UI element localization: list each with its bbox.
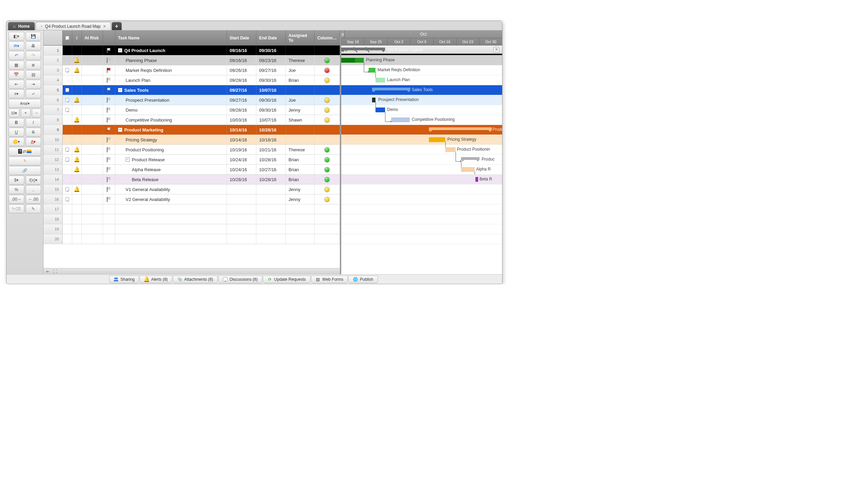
cell-comment[interactable]: [63, 165, 72, 174]
cell-task-name[interactable]: V1 General Availability: [115, 185, 227, 194]
cell-flag[interactable]: [103, 234, 115, 244]
thousands-button[interactable]: ,: [26, 185, 41, 194]
row-number[interactable]: 8: [43, 115, 63, 125]
undo-button[interactable]: ↶: [9, 51, 24, 60]
row-number[interactable]: 17: [43, 204, 63, 214]
cell-end-date[interactable]: 10/07/16: [256, 85, 286, 95]
row-number[interactable]: 19: [43, 224, 63, 234]
gantt-row[interactable]: Alpha R: [341, 165, 502, 175]
mail-button[interactable]: ✉▾: [9, 41, 24, 50]
grid-row[interactable]: 20: [43, 234, 340, 244]
cell-status[interactable]: [315, 155, 340, 164]
expand-icon[interactable]: −: [118, 88, 122, 92]
cell-flag[interactable]: [103, 194, 115, 204]
grid-row[interactable]: 18: [43, 214, 340, 224]
cell-alert[interactable]: 🔔: [72, 55, 82, 65]
col-end-date[interactable]: End Date: [256, 30, 286, 45]
grid-row[interactable]: 14Beta Release10/28/1610/28/16Brian: [43, 175, 340, 185]
cell-status[interactable]: [315, 75, 340, 85]
clear-format-button[interactable]: ✎⌫: [9, 204, 24, 213]
link-button[interactable]: 🔗: [9, 166, 41, 175]
cell-at-risk[interactable]: [82, 185, 103, 194]
cell-start-date[interactable]: 10/14/16: [227, 135, 256, 144]
cell-comment[interactable]: [63, 145, 72, 154]
font-color-button[interactable]: A▾: [26, 137, 41, 146]
cell-end-date[interactable]: [256, 224, 286, 234]
cell-start-date[interactable]: 09/16/16: [227, 46, 256, 55]
cell-assigned-to[interactable]: [286, 135, 315, 144]
cell-end-date[interactable]: 09/30/16: [256, 46, 286, 55]
cell-alert[interactable]: [72, 135, 82, 144]
cell-alert[interactable]: [72, 194, 82, 204]
cell-at-risk[interactable]: [82, 204, 103, 214]
cell-task-name[interactable]: −Product Release: [115, 155, 227, 164]
gantt-row[interactable]: Market Reqts Definition: [341, 65, 502, 75]
cell-end-date[interactable]: 09/30/16: [256, 75, 286, 85]
cell-comment[interactable]: [63, 194, 72, 204]
strike-button[interactable]: S: [26, 128, 41, 137]
font-size-select[interactable]: 10▾: [9, 109, 20, 117]
cell-comment[interactable]: [63, 105, 72, 115]
row-number[interactable]: 18: [43, 214, 63, 224]
indent-button[interactable]: ⇥: [26, 80, 41, 89]
cell-assigned-to[interactable]: Jenny: [286, 105, 315, 115]
cell-status[interactable]: [315, 105, 340, 115]
gantt-row[interactable]: Product Positionin: [341, 145, 502, 155]
cell-flag[interactable]: [103, 135, 115, 144]
col-assigned-to[interactable]: Assigned To: [286, 30, 315, 45]
gantt-week-header[interactable]: Oct 9: [410, 38, 433, 46]
expand-icon[interactable]: −: [118, 48, 122, 52]
cell-assigned-to[interactable]: [286, 224, 315, 234]
gantt-bar[interactable]: [461, 167, 475, 172]
cell-alert[interactable]: 🔔: [72, 115, 82, 125]
highlight-button[interactable]: ✎: [9, 156, 41, 165]
cell-at-risk[interactable]: [82, 95, 103, 105]
col-comment[interactable]: [63, 30, 72, 45]
cell-alert[interactable]: 🔔: [72, 65, 82, 75]
cell-at-risk[interactable]: [82, 135, 103, 144]
italic-button[interactable]: I: [26, 118, 41, 127]
cell-comment[interactable]: [63, 85, 72, 95]
cell-alert[interactable]: 🔔: [72, 185, 82, 194]
cell-start-date[interactable]: [227, 204, 256, 214]
cell-assigned-to[interactable]: [286, 204, 315, 214]
cell-at-risk[interactable]: [82, 175, 103, 184]
grid-row[interactable]: 2🔔Planning Phase09/16/1609/23/16Therese: [43, 55, 340, 65]
cell-status[interactable]: [315, 55, 340, 65]
cell-status[interactable]: [315, 65, 340, 75]
cell-alert[interactable]: [72, 85, 82, 95]
cell-start-date[interactable]: 10/03/16: [227, 115, 256, 125]
cell-alert[interactable]: [72, 204, 82, 214]
cell-end-date[interactable]: 10/07/16: [256, 115, 286, 125]
font-size-up-button[interactable]: +: [21, 109, 30, 117]
cell-task-name[interactable]: −Product Marketing: [115, 125, 227, 135]
cell-start-date[interactable]: 09/27/16: [227, 95, 256, 105]
cell-comment[interactable]: [63, 234, 72, 244]
cell-end-date[interactable]: 10/28/16: [256, 155, 286, 164]
cell-alert[interactable]: [72, 224, 82, 234]
col-at-risk[interactable]: At Risk: [82, 30, 103, 45]
row-number[interactable]: 6: [43, 95, 63, 105]
gantt-bar[interactable]: [372, 98, 375, 102]
cell-at-risk[interactable]: [82, 46, 103, 55]
cell-start-date[interactable]: 09/16/16: [227, 55, 256, 65]
row-number[interactable]: 5: [43, 85, 63, 95]
row-number[interactable]: 13: [43, 165, 63, 174]
gantt-row[interactable]: Demo: [341, 105, 502, 115]
bottom-tab-webforms[interactable]: ▤Web Forms: [311, 276, 348, 283]
cell-comment[interactable]: [63, 115, 72, 125]
cell-end-date[interactable]: 10/21/16: [256, 145, 286, 154]
cell-status[interactable]: [315, 224, 340, 234]
cell-assigned-to[interactable]: Jenny: [286, 194, 315, 204]
grid-row[interactable]: 19: [43, 224, 340, 234]
cell-task-name[interactable]: Prospect Presentation: [115, 95, 227, 105]
cell-status[interactable]: [315, 175, 340, 184]
grid-row[interactable]: 11🔔Product Positioning10/19/1610/21/16Th…: [43, 145, 340, 155]
gantt-row[interactable]: Launch Plan: [341, 75, 502, 85]
decimal-dec-button[interactable]: ←.00: [26, 195, 41, 204]
row-number[interactable]: 4: [43, 75, 63, 85]
grid-row[interactable]: 15🔔V1 General AvailabilityJenny: [43, 185, 340, 194]
cell-alert[interactable]: [72, 125, 82, 135]
cell-start-date[interactable]: 10/19/16: [227, 145, 256, 154]
cell-flag[interactable]: [103, 204, 115, 214]
